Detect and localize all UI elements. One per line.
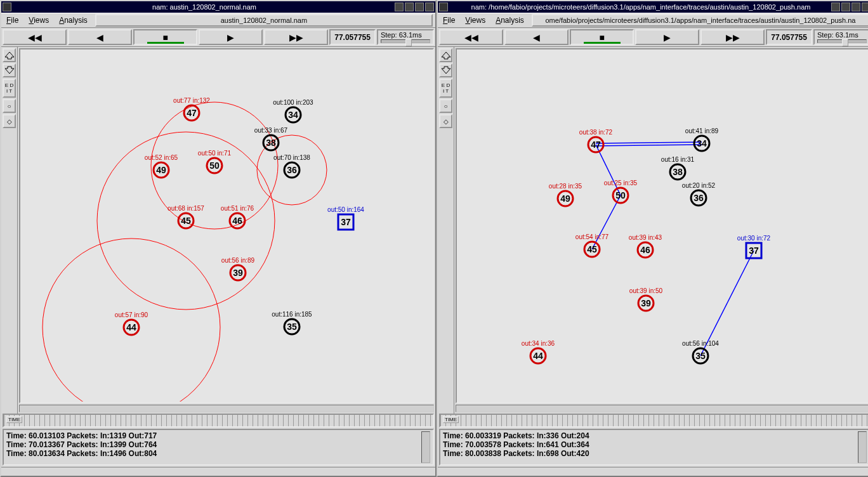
- step-control[interactable]: Step: 63.1ms: [813, 29, 868, 45]
- minimize-icon[interactable]: [831, 3, 840, 11]
- svg-text:39: 39: [641, 298, 651, 308]
- rewind-button[interactable]: ◀◀: [439, 29, 503, 45]
- svg-text:45: 45: [587, 244, 597, 254]
- svg-text:44: 44: [126, 322, 136, 332]
- svg-text:out:16 in:31: out:16 in:31: [661, 156, 695, 163]
- zoom-in-button[interactable]: [3, 48, 16, 62]
- filepath-box[interactable]: ome/fabio/projects/microteers/diffusion3…: [532, 14, 868, 27]
- step-slider[interactable]: [817, 39, 867, 43]
- fast-forward-button[interactable]: ▶▶: [700, 29, 765, 45]
- svg-marker-0: [5, 52, 14, 59]
- svg-text:out:51 in:76: out:51 in:76: [221, 205, 254, 212]
- zoom-out-button[interactable]: [439, 63, 452, 77]
- topology-canvas[interactable]: out:38 in:7247out:41 in:8934out:16 in:31…: [456, 48, 868, 403]
- svg-text:36: 36: [287, 165, 297, 175]
- window-right: nam: /home/fabio/projects/microteers/dif…: [437, 0, 868, 477]
- log-scrollbar[interactable]: [421, 431, 430, 463]
- play-button[interactable]: ▶: [635, 29, 699, 45]
- play-button[interactable]: ▶: [199, 29, 263, 45]
- svg-text:45: 45: [181, 216, 191, 226]
- circle-tool-button[interactable]: ○: [3, 99, 16, 113]
- svg-text:50: 50: [209, 160, 220, 171]
- menu-file[interactable]: File: [438, 15, 460, 26]
- edit-button[interactable]: E DI T: [439, 79, 452, 98]
- svg-text:50: 50: [615, 190, 626, 200]
- sys-menu-icon[interactable]: [3, 3, 11, 11]
- menu-analysis[interactable]: Analysis: [490, 15, 529, 26]
- step-control[interactable]: Step: 63.1ms: [377, 29, 434, 45]
- svg-text:out:28 in:35: out:28 in:35: [549, 183, 582, 190]
- maximize-icon[interactable]: [405, 3, 414, 11]
- diamond-tool-button[interactable]: ◇: [3, 114, 16, 128]
- main-area: E DI T ○ ◇ out:38 in:7247out:41 in:8934o…: [438, 47, 868, 414]
- close-icon[interactable]: [862, 3, 868, 11]
- window-left: nam: austin_120802_normal.nam FFileile V…: [0, 0, 437, 477]
- step-slider[interactable]: [381, 39, 430, 43]
- log-text[interactable]: Time: 60.013103 Packets: In:1319 Out:717…: [6, 431, 421, 463]
- maximize-icon[interactable]: [841, 3, 850, 11]
- maximize2-icon[interactable]: [852, 3, 860, 11]
- svg-text:out:56 in:89: out:56 in:89: [221, 257, 255, 264]
- arrow-down-icon: [4, 66, 15, 75]
- arrow-up-icon: [440, 51, 451, 60]
- time-display: 77.057755: [329, 29, 376, 45]
- menu-file[interactable]: FFileile: [1, 15, 23, 26]
- svg-text:44: 44: [533, 351, 543, 361]
- menubar: FFileile Views Analysis austin_120802_no…: [1, 13, 435, 28]
- menu-analysis[interactable]: Analysis: [54, 15, 93, 26]
- hscrollbar[interactable]: [456, 405, 868, 412]
- log-scrollbar[interactable]: [858, 431, 867, 463]
- stop-button[interactable]: ■: [133, 29, 197, 45]
- hscrollbar[interactable]: [19, 405, 434, 412]
- timeline-label: TIME: [6, 416, 22, 423]
- svg-text:out:70 in:138: out:70 in:138: [273, 154, 310, 161]
- step-back-button[interactable]: ◀: [504, 29, 569, 45]
- svg-text:39: 39: [233, 268, 243, 278]
- svg-text:out:57 in:90: out:57 in:90: [115, 311, 148, 318]
- svg-text:out:39 in:50: out:39 in:50: [629, 287, 663, 294]
- diamond-tool-button[interactable]: ◇: [439, 114, 452, 128]
- main-area: E DI T ○ ◇ out:77 in:13247out:100 in:203…: [1, 47, 435, 414]
- menu-views[interactable]: Views: [460, 15, 490, 26]
- timeline[interactable]: TIME: [439, 414, 868, 428]
- zoom-out-button[interactable]: [3, 63, 16, 77]
- minimize-icon[interactable]: [395, 3, 404, 11]
- svg-text:47: 47: [187, 108, 197, 118]
- log-text[interactable]: Time: 60.003319 Packets: In:336 Out:204T…: [443, 431, 858, 463]
- window-title: nam: /home/fabio/projects/microteers/dif…: [450, 3, 831, 11]
- svg-text:37: 37: [341, 217, 351, 227]
- sys-menu-icon[interactable]: [439, 3, 448, 11]
- filepath-box[interactable]: austin_120802_normal.nam: [95, 14, 433, 27]
- stop-button[interactable]: ■: [570, 29, 634, 45]
- topology-canvas[interactable]: out:77 in:13247out:100 in:20334out:33 in…: [19, 48, 434, 403]
- titlebar-left[interactable]: nam: austin_120802_normal.nam: [1, 1, 435, 13]
- maximize2-icon[interactable]: [415, 3, 424, 11]
- svg-text:out:50 in:71: out:50 in:71: [198, 150, 232, 157]
- playback-toolbar: ◀◀ ◀ ■ ▶ ▶▶ 77.057755 Step: 63.1ms: [1, 28, 435, 47]
- svg-marker-1: [5, 67, 14, 74]
- step-back-button[interactable]: ◀: [68, 29, 132, 45]
- svg-text:34: 34: [697, 138, 707, 148]
- svg-text:out:34 in:36: out:34 in:36: [522, 340, 555, 347]
- close-icon[interactable]: [425, 3, 434, 11]
- svg-text:49: 49: [560, 193, 570, 204]
- zoom-in-button[interactable]: [439, 48, 452, 62]
- titlebar-right[interactable]: nam: /home/fabio/projects/microteers/dif…: [438, 1, 868, 13]
- circle-tool-button[interactable]: ○: [439, 99, 452, 113]
- timeline[interactable]: TIME: [3, 414, 434, 428]
- svg-line-44: [596, 142, 702, 143]
- edit-button[interactable]: E DI T: [3, 79, 16, 98]
- svg-text:34: 34: [288, 110, 298, 120]
- side-toolbar: E DI T ○ ◇: [438, 47, 454, 414]
- fast-forward-button[interactable]: ▶▶: [264, 29, 328, 45]
- svg-text:47: 47: [591, 140, 601, 150]
- rewind-button[interactable]: ◀◀: [3, 29, 67, 45]
- svg-text:out:33 in:67: out:33 in:67: [254, 127, 288, 134]
- timeline-label: TIME: [443, 416, 459, 423]
- svg-line-45: [596, 145, 702, 146]
- svg-text:38: 38: [266, 138, 276, 148]
- svg-line-47: [592, 195, 621, 249]
- svg-text:49: 49: [156, 165, 166, 175]
- menu-views[interactable]: Views: [23, 15, 54, 26]
- side-toolbar: E DI T ○ ◇: [1, 47, 18, 414]
